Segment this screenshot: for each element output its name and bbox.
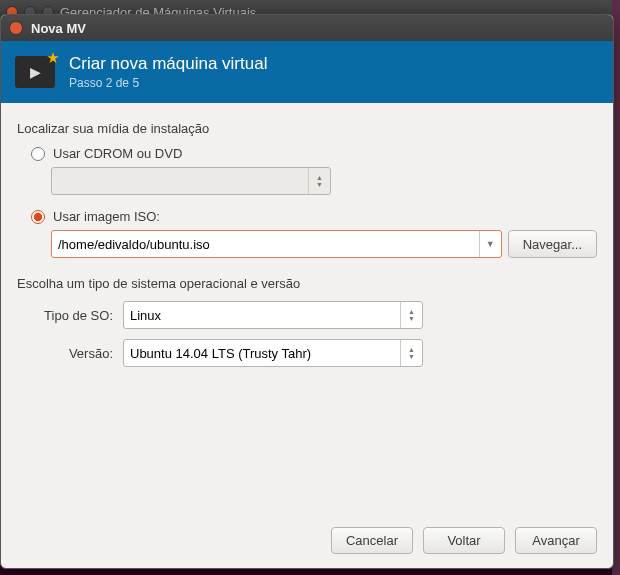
cancel-button[interactable]: Cancelar <box>331 527 413 554</box>
dialog-title: Nova MV <box>31 21 86 36</box>
banner-step: Passo 2 de 5 <box>69 76 267 90</box>
iso-radio-row[interactable]: Usar imagem ISO: <box>31 209 597 224</box>
os-type-value[interactable] <box>124 302 400 328</box>
cdrom-device-input <box>52 168 308 194</box>
iso-path-input[interactable] <box>52 231 479 257</box>
iso-dropdown-icon[interactable]: ▼ <box>479 231 501 257</box>
forward-button[interactable]: Avançar <box>515 527 597 554</box>
media-section-label: Localizar sua mídia de instalação <box>17 121 597 136</box>
os-type-label: Tipo de SO: <box>25 308 115 323</box>
os-section-label: Escolha um tipo de sistema operacional e… <box>17 276 597 291</box>
iso-path-combo[interactable]: ▼ <box>51 230 502 258</box>
cdrom-radio-label: Usar CDROM ou DVD <box>53 146 182 161</box>
os-version-label: Versão: <box>25 346 115 361</box>
os-version-spinner-icon[interactable]: ▲▼ <box>400 340 422 366</box>
cdrom-device-combo: ▲▼ <box>51 167 331 195</box>
new-vm-dialog: Nova MV Criar nova máquina virtual Passo… <box>0 14 614 569</box>
cdrom-radio-row[interactable]: Usar CDROM ou DVD <box>31 146 597 161</box>
back-button[interactable]: Voltar <box>423 527 505 554</box>
iso-radio-label: Usar imagem ISO: <box>53 209 160 224</box>
os-version-value[interactable] <box>124 340 400 366</box>
dialog-close-icon[interactable] <box>9 21 23 35</box>
iso-radio[interactable] <box>31 210 45 224</box>
os-type-spinner-icon[interactable]: ▲▼ <box>400 302 422 328</box>
dialog-footer: Cancelar Voltar Avançar <box>331 527 597 554</box>
cdrom-radio[interactable] <box>31 147 45 161</box>
banner-title: Criar nova máquina virtual <box>69 54 267 74</box>
cdrom-spinner-icon: ▲▼ <box>308 168 330 194</box>
browse-button[interactable]: Navegar... <box>508 230 597 258</box>
dialog-titlebar[interactable]: Nova MV <box>1 15 613 41</box>
wizard-banner: Criar nova máquina virtual Passo 2 de 5 <box>1 41 613 103</box>
os-version-combo[interactable]: ▲▼ <box>123 339 423 367</box>
vm-icon <box>15 56 55 88</box>
os-type-combo[interactable]: ▲▼ <box>123 301 423 329</box>
